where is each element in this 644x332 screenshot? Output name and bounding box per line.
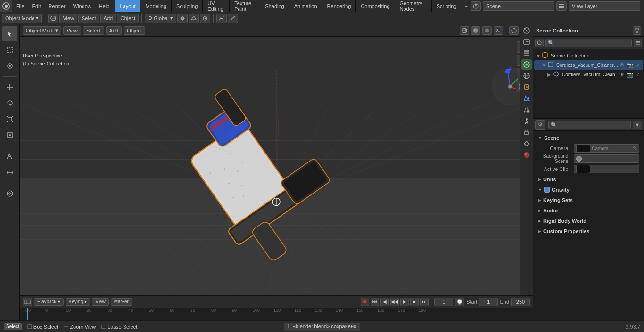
prop-active-clip-value[interactable] — [574, 165, 639, 173]
workspace-layout[interactable]: Layout — [115, 0, 140, 12]
workspace-animation[interactable]: Animation — [289, 0, 322, 12]
playback-reverse[interactable]: ◀◀ — [390, 298, 399, 306]
menu-help[interactable]: Help — [95, 0, 114, 12]
workspace-texture-paint[interactable]: Texture Paint — [230, 0, 260, 12]
viewport-shading-wireframe[interactable] — [460, 26, 469, 35]
tool-object-origin[interactable] — [2, 186, 17, 201]
outliner-render-icon[interactable]: 📷 — [627, 62, 633, 68]
viewport-display-btn[interactable] — [48, 14, 58, 23]
gravity-checkbox[interactable] — [544, 187, 550, 193]
object-mode-btn[interactable]: Object Mode ▾ — [2, 14, 42, 23]
object-btn[interactable]: Object — [117, 14, 139, 23]
viewport-object-btn[interactable]: Object — [124, 26, 145, 35]
prop-tab-object[interactable] — [521, 82, 532, 92]
prop-units-header[interactable]: ▶ Units — [536, 174, 641, 185]
add-btn[interactable]: Add — [100, 14, 116, 23]
tool-move[interactable] — [2, 80, 17, 95]
frame-start-input[interactable] — [479, 298, 498, 306]
outliner-item2-render[interactable]: 📷 — [627, 71, 633, 78]
workspace-modeling[interactable]: Modeling — [140, 0, 172, 12]
tool-rotate[interactable] — [2, 96, 17, 111]
playback-jump-start[interactable]: ⏮ — [371, 298, 379, 306]
prop-tab-world[interactable] — [521, 71, 532, 81]
transform-btn[interactable]: ⊕ Global ▾ — [145, 14, 176, 23]
tool-cursor[interactable] — [2, 26, 17, 41]
menu-render[interactable]: Render — [45, 0, 69, 12]
outliner-visibility-icon[interactable]: 👁 — [619, 62, 625, 68]
camera-edit-icon[interactable]: ✎ — [633, 146, 637, 152]
outliner-options-btn[interactable] — [634, 39, 642, 47]
outliner-item2-check[interactable]: ✓ — [635, 71, 641, 78]
tool-tweak[interactable] — [2, 58, 17, 73]
viewport-add-btn[interactable]: Add — [106, 26, 122, 35]
workspace-geometry-nodes[interactable]: Geometry Nodes — [395, 0, 432, 12]
prop-tab-scene[interactable] — [521, 59, 532, 70]
grease-pencil-btn[interactable] — [228, 14, 238, 23]
playback-record[interactable]: ⏺ — [361, 298, 369, 306]
properties-search-input[interactable] — [548, 121, 631, 129]
viewport-shading-rendered[interactable] — [494, 26, 503, 35]
viewport-select-btn[interactable]: Select — [83, 26, 104, 35]
timeline-view-btn[interactable]: View — [92, 298, 109, 306]
workspace-sculpting[interactable]: Sculpting — [172, 0, 203, 12]
prop-tab-material[interactable] — [521, 150, 532, 160]
tool-transform[interactable] — [2, 128, 17, 143]
select-btn[interactable]: Select — [78, 14, 99, 23]
proportional-btn[interactable] — [200, 14, 210, 23]
playback-btn[interactable]: Playback ▾ — [34, 298, 64, 306]
frame-end-input[interactable] — [511, 298, 530, 306]
workspace-shading[interactable]: Shading — [260, 0, 289, 12]
viewport-view-btn[interactable]: View — [63, 26, 81, 35]
properties-filter-btn[interactable]: ▼ — [633, 121, 642, 129]
viewport-canvas[interactable]: X Y Z User Perspective (1) Scene Collect… — [20, 37, 533, 320]
menu-file[interactable]: File — [12, 0, 28, 12]
marker-btn[interactable]: Marker — [111, 298, 132, 306]
tool-annotate[interactable] — [2, 149, 17, 164]
viewport-overlay-btn[interactable] — [509, 26, 519, 35]
outliner-scene-collection[interactable]: ▼ Scene Collection — [534, 51, 643, 60]
prop-audio-header[interactable]: ▶ Audio — [536, 205, 641, 216]
prop-gravity-header[interactable]: ▼ Gravity — [536, 185, 641, 195]
prop-tab-view-layer[interactable] — [521, 48, 532, 58]
graph-btn[interactable] — [216, 14, 227, 23]
outliner-exclude-icon[interactable]: ✓ — [635, 62, 641, 68]
prop-tab-output[interactable] — [521, 37, 532, 47]
outliner-item-vacuum[interactable]: ▼ Cordless_Vacuum_Cleaner_w 👁 📷 ✓ — [534, 60, 643, 70]
keying-btn[interactable]: Keying ▾ — [66, 298, 91, 306]
prop-tab-data[interactable] — [521, 138, 532, 149]
playback-next-frame[interactable]: ▶ — [410, 298, 419, 306]
playback-jump-end[interactable]: ⏭ — [420, 298, 429, 306]
outliner-search-input[interactable] — [545, 39, 632, 47]
workspace-uv-editing[interactable]: UV Editing — [203, 0, 230, 12]
outliner-type-filter[interactable] — [535, 39, 544, 47]
current-frame-input[interactable]: 1 — [434, 298, 453, 306]
workspace-compositing[interactable]: Compositing — [356, 0, 395, 12]
pivot-btn[interactable] — [177, 14, 188, 23]
playback-play[interactable]: ▶ — [400, 298, 409, 306]
menu-edit[interactable]: Edit — [28, 0, 45, 12]
menu-window[interactable]: Window — [69, 0, 95, 12]
outliner-filter-btn[interactable] — [633, 26, 641, 35]
view-layer-input[interactable]: View Layer — [569, 1, 640, 11]
add-workspace-button[interactable]: + — [462, 0, 471, 12]
prop-custom-props-header[interactable]: ▶ Custom Properties — [536, 226, 641, 236]
prop-tab-constraints[interactable] — [521, 127, 532, 138]
viewport-mode-btn[interactable]: Object Mode ▾ — [23, 26, 61, 35]
viewport-shading-material[interactable] — [482, 26, 492, 35]
props-tab-icon-1[interactable]: ⚙ — [535, 120, 545, 130]
prop-tab-physics[interactable] — [521, 116, 532, 126]
prop-tab-render[interactable] — [521, 25, 532, 36]
prop-keying-sets-header[interactable]: ▶ Keying Sets — [536, 195, 641, 205]
prop-rigid-body-header[interactable]: ▶ Rigid Body World — [536, 216, 641, 226]
workspace-scripting[interactable]: Scripting — [432, 0, 462, 12]
timeline-type-icon[interactable] — [23, 298, 32, 306]
snap-btn[interactable] — [189, 14, 199, 23]
view-btn[interactable]: View — [59, 14, 77, 23]
tool-measure[interactable] — [2, 165, 17, 180]
prop-camera-value[interactable]: Camera ✎ — [574, 144, 639, 153]
tool-select-box[interactable] — [2, 42, 17, 57]
outliner-item2-visibility[interactable]: 👁 — [619, 71, 625, 78]
outliner-item-vacuum-mesh[interactable]: ▶ Cordless_Vacuum_Clean 👁 📷 ✓ — [534, 70, 643, 79]
prop-tab-particles[interactable] — [521, 105, 532, 115]
timeline-ruler[interactable]: -10 0 10 20 30 40 50 60 70 80 90 100 110… — [20, 308, 533, 320]
